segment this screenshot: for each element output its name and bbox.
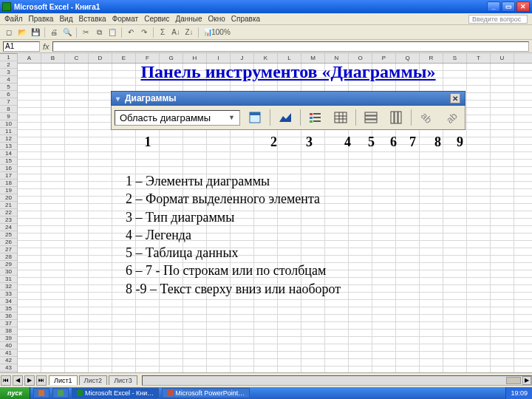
sort-asc-icon[interactable]: A↓ (170, 27, 182, 38)
taskbar-item[interactable] (52, 388, 69, 398)
row-header[interactable]: 9 (0, 113, 17, 120)
chart-type-button[interactable] (275, 109, 296, 126)
by-cols-button[interactable] (386, 109, 406, 126)
grip-icon[interactable]: ▾ (116, 95, 120, 103)
row-header[interactable]: 39 (0, 335, 17, 342)
column-header[interactable]: A (18, 53, 41, 63)
row-header[interactable]: 8 (0, 106, 17, 113)
column-header[interactable]: H (183, 53, 207, 63)
zoom-icon[interactable]: 100% (215, 27, 227, 38)
column-header[interactable]: L (278, 53, 301, 63)
system-tray[interactable]: 19:09 (505, 387, 532, 399)
column-header[interactable]: J (231, 53, 254, 63)
menu-file[interactable]: Файл (4, 15, 23, 23)
text-angle-down-button[interactable]: ab (416, 109, 437, 126)
sheet-nav-next-icon[interactable]: ▶ (24, 375, 35, 386)
row-header[interactable]: 35 (0, 305, 17, 313)
column-header[interactable]: B (41, 53, 65, 63)
row-header[interactable]: 23 (0, 216, 17, 224)
row-header[interactable]: 40 (0, 342, 17, 349)
format-selection-button[interactable] (245, 109, 265, 126)
row-header[interactable]: 30 (0, 268, 17, 276)
close-button[interactable]: ✕ (516, 1, 530, 12)
menu-view[interactable]: Вид (59, 15, 72, 23)
sheet-nav-prev-icon[interactable]: ◀ (13, 375, 23, 386)
minimize-button[interactable]: _ (487, 1, 500, 12)
menu-insert[interactable]: Вставка (78, 15, 106, 23)
column-header[interactable]: O (349, 53, 372, 63)
fx-icon[interactable]: fx (43, 42, 50, 51)
column-header[interactable]: T (467, 53, 491, 63)
row-header[interactable]: 4 (0, 76, 17, 83)
scroll-thumb[interactable] (506, 377, 521, 384)
sheet-tab-2[interactable]: Лист2 (79, 375, 108, 385)
horizontal-scrollbar[interactable]: ▶ (142, 375, 532, 386)
sheet-tab-1[interactable]: Лист1 (49, 375, 78, 385)
row-header[interactable]: 5 (0, 83, 17, 91)
cut-icon[interactable]: ✂ (80, 27, 92, 38)
row-header[interactable]: 16 (0, 165, 17, 172)
chart-element-dropdown[interactable]: Область диаграммы ▼ (115, 110, 240, 126)
taskbar-item-excel[interactable]: Microsoft Excel - Кни… (72, 388, 159, 398)
paste-icon[interactable]: 📋 (106, 27, 118, 38)
row-header[interactable]: 17 (0, 172, 17, 180)
row-header[interactable]: 24 (0, 224, 17, 231)
row-header[interactable]: 26 (0, 239, 17, 246)
column-header[interactable]: N (325, 53, 349, 63)
name-box[interactable]: A1 (3, 41, 40, 52)
menu-window[interactable]: Окно (208, 15, 225, 23)
row-header[interactable]: 15 (0, 157, 17, 165)
column-header[interactable]: Q (396, 53, 420, 63)
menu-edit[interactable]: Правка (29, 15, 54, 23)
taskbar-item-powerpoint[interactable]: Microsoft PowerPoint… (162, 388, 250, 398)
row-header[interactable]: 6 (0, 91, 17, 98)
sort-desc-icon[interactable]: Z↓ (183, 27, 195, 38)
menu-format[interactable]: Формат (112, 15, 139, 23)
row-header[interactable]: 1 (0, 54, 17, 61)
row-header[interactable]: 7 (0, 98, 17, 106)
column-header[interactable]: U (491, 53, 514, 63)
new-icon[interactable]: ◻ (3, 27, 15, 38)
row-header[interactable]: 38 (0, 327, 17, 335)
save-icon[interactable]: 💾 (30, 27, 41, 38)
column-header[interactable]: C (65, 53, 89, 63)
charts-toolbar-titlebar[interactable]: ▾ Диаграммы ✕ (111, 91, 466, 106)
row-header[interactable]: 34 (0, 298, 17, 305)
row-header[interactable]: 10 (0, 120, 17, 128)
row-header[interactable]: 33 (0, 290, 17, 298)
row-header[interactable]: 14 (0, 150, 17, 157)
data-table-button[interactable] (330, 109, 351, 126)
by-rows-button[interactable] (361, 109, 381, 126)
row-header[interactable]: 25 (0, 231, 17, 239)
undo-icon[interactable]: ↶ (125, 27, 137, 38)
taskbar-item[interactable] (33, 388, 50, 398)
sheet-tab-3[interactable]: Лист3 (109, 375, 137, 385)
row-header[interactable]: 11 (0, 128, 17, 135)
row-header[interactable]: 31 (0, 276, 17, 283)
column-header[interactable]: F (136, 53, 160, 63)
menu-data[interactable]: Данные (175, 15, 202, 23)
row-header[interactable]: 20 (0, 194, 17, 202)
row-header[interactable]: 13 (0, 143, 17, 150)
row-header[interactable]: 22 (0, 209, 17, 216)
text-angle-up-button[interactable]: ab (441, 109, 462, 126)
maximize-button[interactable]: ▭ (502, 1, 515, 12)
row-header[interactable]: 19 (0, 187, 17, 194)
legend-button[interactable] (305, 109, 326, 126)
row-header[interactable]: 36 (0, 313, 17, 320)
row-header[interactable]: 21 (0, 202, 17, 209)
formula-input[interactable] (52, 41, 529, 52)
ask-question-box[interactable]: Введите вопрос (468, 15, 528, 24)
row-header[interactable]: 29 (0, 261, 17, 268)
row-header[interactable]: 37 (0, 320, 17, 327)
sheet-nav-last-icon[interactable]: ⏭ (36, 375, 47, 386)
row-header[interactable]: 28 (0, 253, 17, 261)
sum-icon[interactable]: Σ (157, 27, 168, 38)
charts-toolbar-close-icon[interactable]: ✕ (450, 93, 460, 103)
column-header[interactable]: S (443, 53, 467, 63)
row-header[interactable]: 32 (0, 283, 17, 290)
column-header[interactable]: P (372, 53, 396, 63)
column-header[interactable]: I (207, 53, 231, 63)
redo-icon[interactable]: ↷ (138, 27, 150, 38)
row-header[interactable]: 41 (0, 349, 17, 357)
